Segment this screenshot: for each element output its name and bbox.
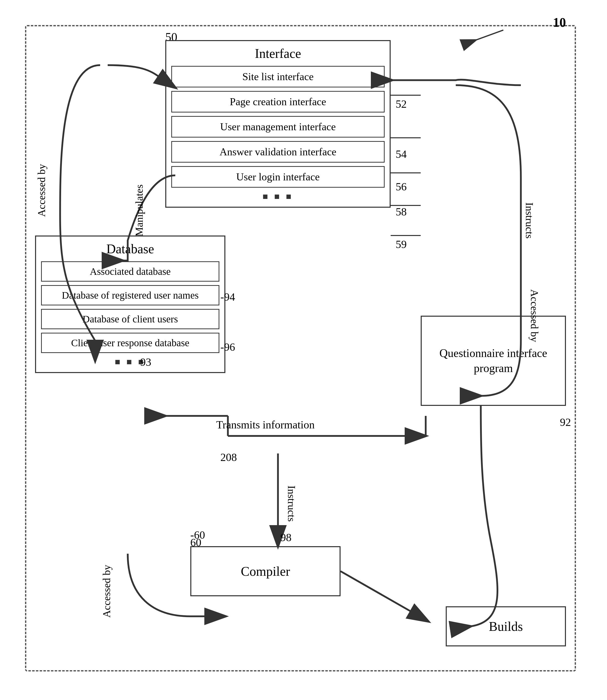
builds-box: Builds	[446, 606, 566, 646]
associated-database: Associated database	[41, 261, 219, 282]
ref-label-56: 56	[396, 180, 407, 193]
ref-label-60: 60	[190, 536, 201, 549]
user-login-interface: User login interface	[171, 166, 385, 188]
ref-label-54: 54	[396, 148, 407, 161]
site-list-interface: Site list interface	[171, 66, 385, 87]
database-title: Database	[41, 242, 219, 256]
page-creation-interface: Page creation interface	[171, 91, 385, 112]
compiler-text: Compiler	[241, 564, 290, 579]
answer-validation-interface: Answer validation interface	[171, 141, 385, 163]
ref-label-10: 10	[553, 15, 566, 30]
compiler-box: Compiler	[190, 546, 340, 596]
ref-label-58: 58	[396, 205, 407, 218]
questionnaire-text: Questionnaire interface program	[422, 346, 565, 376]
ref-label-92: 92	[560, 416, 571, 429]
ref-label-93: 93	[140, 356, 151, 369]
client-response-database: Client user response database	[41, 333, 219, 353]
questionnaire-box: Questionnaire interface program	[421, 316, 566, 406]
interface-box: Interface Site list interface Page creat…	[165, 40, 391, 208]
builds-text: Builds	[489, 619, 523, 634]
interface-title: Interface	[171, 46, 385, 61]
user-management-interface: User management interface	[171, 116, 385, 138]
dots-interface: ■ ■ ■	[171, 191, 385, 202]
dots-database: ■ ■ ■	[41, 356, 219, 367]
registered-users-database: Database of registered user names	[41, 285, 219, 305]
database-box: Database Associated database Database of…	[35, 235, 225, 373]
ref-label-52: 52	[396, 98, 407, 110]
ref-label-59: 59	[396, 238, 407, 251]
client-users-database: Database of client users	[41, 309, 219, 329]
